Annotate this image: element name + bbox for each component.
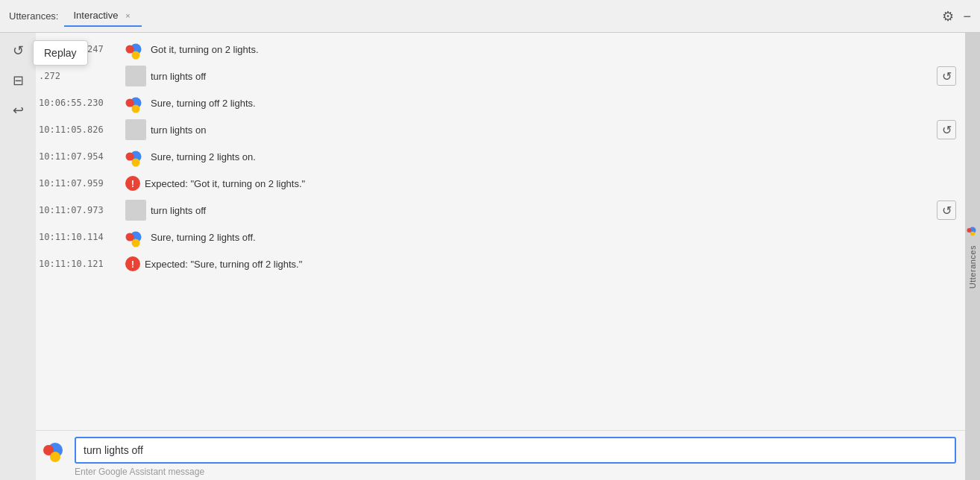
svg-point-1 xyxy=(126,45,134,54)
tab-label: Interactive xyxy=(73,10,118,21)
svg-point-7 xyxy=(126,153,134,161)
undo-icon: ↩ xyxy=(13,102,24,119)
table-row: 10:06:55.230 Sure, turning off 2 lights. xyxy=(36,89,965,116)
message-input[interactable] xyxy=(75,437,956,464)
user-avatar xyxy=(125,200,146,221)
timestamp: 10:11:10.121 xyxy=(39,259,121,269)
replay-inline-button[interactable]: ↺ xyxy=(937,200,956,220)
left-toolbar: ↺ Replay ⊟ ↩ xyxy=(0,33,36,480)
message-text: Sure, turning 2 lights off. xyxy=(151,232,956,243)
timestamp: 10:11:07.959 xyxy=(39,178,121,189)
content-area: 10:04:36.247 Got it, turning on 2 lights… xyxy=(36,33,965,480)
input-row xyxy=(42,437,956,464)
table-row: 10:11:10.121!Expected: "Sure, turning of… xyxy=(36,250,965,277)
input-avatar xyxy=(42,437,69,464)
undo-button[interactable]: ↩ xyxy=(6,98,30,122)
right-sidebar[interactable]: Utterances xyxy=(965,33,980,480)
timestamp: 10:06:55.230 xyxy=(39,98,121,108)
tab-close-button[interactable]: × xyxy=(122,10,133,21)
utterances-label: Utterances: xyxy=(9,10,58,22)
svg-point-11 xyxy=(132,239,140,247)
assistant-avatar xyxy=(125,227,146,247)
replay-icon: ↺ xyxy=(13,42,24,59)
assistant-avatar xyxy=(125,146,146,167)
svg-point-14 xyxy=(50,452,60,462)
save-button[interactable]: ⊟ xyxy=(6,69,30,92)
replay-button[interactable]: ↺ Replay xyxy=(6,39,30,63)
gear-icon: ⚙ xyxy=(942,9,954,24)
input-area: Enter Google Assistant message xyxy=(36,430,965,480)
assistant-avatar xyxy=(125,92,146,113)
minimize-button[interactable]: − xyxy=(963,10,971,23)
message-text: Expected: "Sure, turning off 2 lights." xyxy=(145,259,956,270)
replay-tooltip: Replay xyxy=(33,40,88,66)
timestamp: 10:11:07.973 xyxy=(39,205,121,215)
input-hint: Enter Google Assistant message xyxy=(42,467,956,477)
user-avatar xyxy=(125,66,146,86)
timestamp: 10:11:07.954 xyxy=(39,151,121,162)
table-row: 10:11:07.959!Expected: "Got it, turning … xyxy=(36,170,965,197)
message-text: Sure, turning off 2 lights. xyxy=(151,98,956,109)
timestamp: .272 xyxy=(39,71,121,81)
table-row: 10:11:07.973turn lights off↺ xyxy=(36,197,965,224)
table-row: 10:11:10.114 Sure, turning 2 lights off. xyxy=(36,224,965,250)
gear-button[interactable]: ⚙ xyxy=(942,10,954,23)
message-text: Sure, turning 2 lights on. xyxy=(151,151,956,162)
timestamp: 10:11:05.826 xyxy=(39,124,121,135)
error-icon: ! xyxy=(125,256,140,271)
table-row: 10:04:36.247 Got it, turning on 2 lights… xyxy=(36,36,965,63)
message-text: turn lights off xyxy=(151,205,932,216)
timestamp: 10:11:10.114 xyxy=(39,232,121,242)
sidebar-label: Utterances xyxy=(968,245,977,288)
message-text: turn lights on xyxy=(151,124,932,136)
assistant-avatar xyxy=(125,39,146,60)
messages-list[interactable]: 10:04:36.247 Got it, turning on 2 lights… xyxy=(36,33,965,430)
minus-icon: − xyxy=(963,9,971,24)
svg-point-4 xyxy=(126,99,134,107)
message-text: Expected: "Got it, turning on 2 lights." xyxy=(145,178,956,189)
title-bar: Utterances: Interactive × ⚙ − xyxy=(0,0,980,33)
replay-inline-button[interactable]: ↺ xyxy=(937,66,956,86)
title-bar-actions: ⚙ − xyxy=(942,10,971,23)
svg-point-5 xyxy=(132,105,140,113)
message-text: turn lights off xyxy=(151,71,932,82)
table-row: 10:11:07.954 Sure, turning 2 lights on. xyxy=(36,143,965,170)
sidebar-avatar xyxy=(967,224,979,239)
replay-inline-button[interactable]: ↺ xyxy=(937,120,956,139)
interactive-tab[interactable]: Interactive × xyxy=(64,5,142,27)
svg-point-16 xyxy=(967,228,972,233)
svg-point-17 xyxy=(970,231,975,236)
table-row: .272turn lights off↺ xyxy=(36,63,965,89)
save-icon: ⊟ xyxy=(13,72,24,89)
error-icon: ! xyxy=(125,176,140,191)
main-layout: ↺ Replay ⊟ ↩ 10:04:36.247 Got it, turnin… xyxy=(0,33,980,480)
svg-point-10 xyxy=(126,233,134,241)
svg-point-2 xyxy=(132,51,140,60)
table-row: 10:11:05.826turn lights on↺ xyxy=(36,116,965,143)
svg-point-8 xyxy=(132,159,140,167)
message-text: Got it, turning on 2 lights. xyxy=(151,44,956,55)
user-avatar xyxy=(125,119,146,140)
